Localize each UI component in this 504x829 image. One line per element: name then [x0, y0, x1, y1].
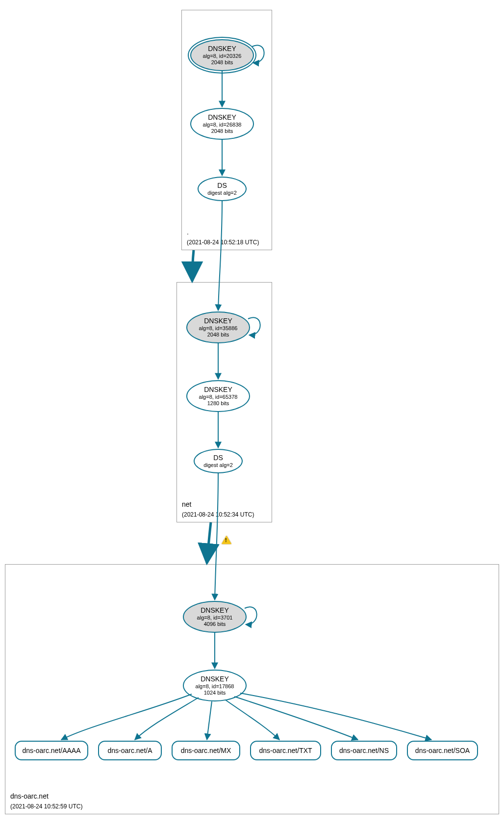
- zone-leaf-name: dns-oarc.net: [10, 792, 49, 800]
- node-sub: alg=8, id=65378: [199, 394, 238, 400]
- node-sub: alg=8, id=3701: [197, 615, 233, 621]
- record-mx: dns-oarc.net/MX: [172, 741, 240, 760]
- record-label: dns-oarc.net/SOA: [415, 747, 470, 755]
- record-label: dns-oarc.net/MX: [181, 747, 231, 755]
- node-sub: alg=8, id=26838: [203, 122, 242, 128]
- node-sub: 2048 bits: [211, 128, 233, 134]
- node-root-zsk: DNSKEY alg=8, id=26838 2048 bits: [190, 108, 254, 140]
- node-title: DNSKEY: [201, 675, 229, 683]
- record-ns: dns-oarc.net/NS: [331, 741, 397, 760]
- node-sub: 1024 bits: [204, 690, 226, 696]
- node-sub: 2048 bits: [207, 332, 229, 338]
- node-leaf-zsk: DNSKEY alg=8, id=17868 1024 bits: [183, 670, 247, 701]
- node-sub: alg=8, id=35886: [199, 325, 238, 332]
- node-sub: alg=8, id=20326: [203, 53, 242, 59]
- zone-net-ts: (2021-08-24 10:52:34 UTC): [182, 511, 254, 518]
- node-root-ds: DS digest alg=2: [198, 177, 247, 201]
- node-title: DNSKEY: [204, 317, 232, 325]
- record-label: dns-oarc.net/AAAA: [22, 747, 80, 755]
- node-sub: 2048 bits: [211, 59, 233, 66]
- node-title: DNSKEY: [208, 113, 236, 122]
- node-net-ksk: DNSKEY alg=8, id=35886 2048 bits: [186, 311, 250, 343]
- node-title: DNSKEY: [204, 386, 232, 394]
- record-aaaa: dns-oarc.net/AAAA: [15, 741, 88, 760]
- node-sub: 1280 bits: [207, 400, 229, 407]
- node-title: DNSKEY: [201, 606, 229, 615]
- node-net-ds: DS digest alg=2: [194, 449, 243, 473]
- record-txt: dns-oarc.net/TXT: [250, 741, 321, 760]
- zone-root-ts: (2021-08-24 10:52:18 UTC): [187, 239, 259, 246]
- node-title: DS: [217, 181, 227, 190]
- node-sub: alg=8, id=17868: [196, 683, 234, 690]
- node-net-zsk: DNSKEY alg=8, id=65378 1280 bits: [186, 380, 250, 412]
- node-title: DS: [213, 454, 223, 462]
- record-soa: dns-oarc.net/SOA: [407, 741, 478, 760]
- zone-leaf: dns-oarc.net (2021-08-24 10:52:59 UTC): [5, 564, 499, 814]
- record-label: dns-oarc.net/NS: [339, 747, 389, 755]
- record-label: dns-oarc.net/TXT: [259, 747, 312, 755]
- node-root-ksk: DNSKEY alg=8, id=20326 2048 bits: [190, 39, 254, 71]
- zone-root-name: .: [187, 228, 189, 236]
- record-a: dns-oarc.net/A: [98, 741, 162, 760]
- node-sub: digest alg=2: [203, 462, 233, 468]
- node-leaf-ksk: DNSKEY alg=8, id=3701 4096 bits: [183, 601, 247, 633]
- warning-icon: [222, 536, 231, 544]
- record-label: dns-oarc.net/A: [107, 747, 152, 755]
- node-sub: digest alg=2: [207, 190, 237, 196]
- zone-net-name: net: [182, 500, 191, 508]
- node-title: DNSKEY: [208, 45, 236, 53]
- node-sub: 4096 bits: [204, 621, 226, 627]
- zone-leaf-ts: (2021-08-24 10:52:59 UTC): [10, 803, 82, 810]
